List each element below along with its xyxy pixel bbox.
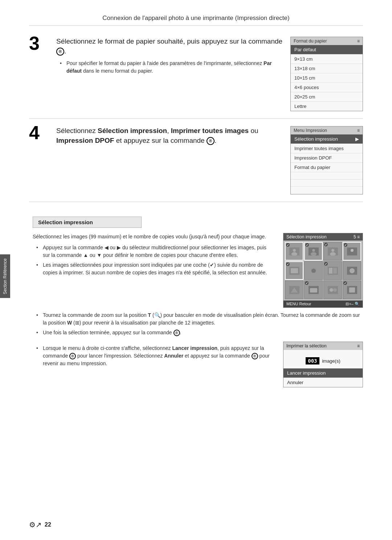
- svg-rect-23: [310, 288, 317, 293]
- page-header: Connexion de l'appareil photo à une impr…: [29, 15, 363, 26]
- thumb-10: ✔: [304, 281, 323, 299]
- sel-ok1: ®: [173, 330, 180, 336]
- step3-screen-title-text: Format du papier: [294, 39, 327, 44]
- sel-bullet1: Appuyez sur la commande ◀ ou ▶ du sélect…: [36, 244, 272, 259]
- sel-bullet4: Une fois la sélection terminée, appuyez …: [36, 329, 363, 337]
- divider1: [29, 118, 363, 119]
- step4-screen-title: Menu Impression ≡: [291, 126, 363, 134]
- step4-number: 4: [29, 123, 49, 142]
- svg-rect-16: [329, 268, 332, 274]
- step4-row: 4 Sélectionnez Sélection impression, Imp…: [29, 126, 363, 194]
- step3-screen-title: Format du papier ≡: [291, 37, 363, 45]
- step4-content: Sélectionnez Sélection impression, Impri…: [56, 126, 283, 149]
- pw-count-number: 003: [306, 357, 319, 364]
- step3-item-3: 13×18 cm: [291, 64, 363, 73]
- svg-point-19: [350, 268, 355, 273]
- step3-row: 3 Sélectionnez le format de papier souha…: [29, 37, 363, 111]
- bottom-text: Lorsque le menu à droite ci-contre s'aff…: [33, 342, 272, 387]
- svg-point-26: [333, 288, 337, 292]
- sel-ok2: ®: [69, 353, 76, 359]
- step4-item-4: Format du papier: [291, 163, 363, 172]
- svg-point-10: [351, 249, 354, 252]
- step4-screen: Menu Impression ≡ Sélection impression▶ …: [290, 126, 363, 194]
- selection-bullets: Appuyez sur la commande ◀ ou ▶ du sélect…: [33, 244, 272, 277]
- step3-inner: 3 Sélectionnez le format de papier souha…: [29, 37, 363, 111]
- page-footer: ⚙↗ 22: [29, 520, 363, 529]
- thumbnail-count: 5 ≡: [354, 234, 360, 239]
- footer-page: 22: [45, 521, 51, 528]
- thumb-8: [343, 261, 361, 280]
- pw-title: Imprimer la sélection ≡: [283, 342, 363, 350]
- pw-item-2: Annuler: [283, 378, 363, 387]
- step3-item-1: Par défaut: [291, 45, 363, 55]
- thumbnail-title: Sélection impression: [286, 234, 327, 239]
- thumb-12: ✔: [343, 281, 361, 299]
- svg-point-1: [293, 249, 296, 252]
- selection-bullets-3: Lorsque le menu à droite ci-contre s'aff…: [33, 344, 272, 367]
- step3-number: 3: [29, 34, 49, 53]
- step4-title: Sélectionnez Sélection impression, Impri…: [56, 126, 283, 145]
- thumb-1: ✔: [285, 242, 303, 261]
- step4-item-6: [291, 180, 363, 187]
- svg-point-14: [311, 269, 316, 273]
- selection-intro: Sélectionnez les images (99 maximum) et …: [33, 233, 272, 241]
- step4-inner: 4 Sélectionnez Sélection impression, Imp…: [29, 126, 363, 194]
- header-title: Connexion de l'appareil photo à une impr…: [102, 15, 289, 21]
- svg-rect-28: [349, 287, 355, 293]
- pw-count-label: image(s): [322, 358, 340, 364]
- svg-rect-17: [333, 268, 337, 274]
- bottom-row: Lorsque le menu à droite ci-contre s'aff…: [33, 342, 363, 387]
- thumbnail-footer-right: ⊟+– 🔍: [346, 302, 360, 306]
- thumbnail-widget: Sélection impression 5 ≡ ✔ ✔ ✔: [283, 233, 363, 308]
- step3-bullets: Pour spécifier le format du papier à l'a…: [56, 60, 283, 75]
- sidebar-tab: Section Référence: [0, 254, 10, 298]
- step3-ok-symbol: ®: [56, 48, 64, 56]
- pw-icon: ≡: [357, 343, 360, 348]
- pw-title-text: Imprimer la sélection: [286, 343, 327, 348]
- selection-section: Sélection impression Sélectionnez les im…: [33, 209, 363, 387]
- step4-item-1: Sélection impression▶: [291, 134, 363, 144]
- divider2: [29, 202, 363, 202]
- step3-item-7: Lettre: [291, 102, 363, 111]
- sidebar-label: Section Référence: [3, 258, 8, 294]
- step3-screen-icon: ≡: [357, 39, 360, 44]
- thumb-3: ✔: [323, 242, 342, 261]
- sel-bullet2: Les images sélectionnées pour impression…: [36, 261, 272, 277]
- selection-header: Sélection impression: [33, 217, 142, 228]
- step4-item-7: [291, 187, 363, 194]
- thumb-5: ✔: [285, 261, 303, 280]
- thumb-6: [304, 261, 323, 280]
- sel-bullet5: Lorsque le menu à droite ci-contre s'aff…: [36, 344, 272, 367]
- step3-item-5: 4×6 pouces: [291, 83, 363, 92]
- step4-screen-icon: ≡: [357, 128, 360, 133]
- svg-point-25: [330, 288, 333, 292]
- step3-bullet1: Pour spécifier le format du papier à l'a…: [60, 60, 283, 75]
- pw-item-1: Lancer impression: [283, 368, 363, 378]
- step4-ok-symbol: ®: [207, 137, 215, 145]
- footer-icon: ⚙↗: [29, 520, 42, 529]
- thumbnail-footer: MENU Retour ⊟+– 🔍: [283, 301, 363, 307]
- svg-rect-12: [291, 268, 298, 273]
- svg-point-4: [312, 249, 315, 252]
- step3-title-text: Sélectionnez le format de papier souhait…: [56, 37, 282, 45]
- pw-count: 003 image(s): [283, 350, 363, 368]
- thumb-7: ✔: [323, 261, 342, 280]
- step3-title: Sélectionnez le format de papier souhait…: [56, 37, 283, 56]
- thumbnail-footer-left: MENU Retour: [286, 302, 311, 306]
- step3-screen: Format du papier ≡ Par défaut 9×13 cm 13…: [290, 37, 363, 111]
- print-widget: Imprimer la sélection ≡ 003 image(s) Lan…: [283, 342, 363, 387]
- thumbnail-header: Sélection impression 5 ≡: [283, 233, 363, 241]
- step3-item-4: 10×15 cm: [291, 73, 363, 83]
- thumb-11: [323, 281, 342, 299]
- thumb-4: ✔: [343, 242, 361, 261]
- sel-ok3: ®: [252, 353, 258, 359]
- step4-screen-title-text: Menu Impression: [294, 128, 327, 133]
- selection-content: Sélectionnez les images (99 maximum) et …: [33, 233, 363, 308]
- thumbnail-grid: ✔ ✔ ✔ ✔ ✔: [283, 241, 363, 301]
- thumb-2: ✔: [304, 242, 323, 261]
- step3-item-6: 20×25 cm: [291, 92, 363, 102]
- step4-item-5: [291, 172, 363, 180]
- selection-text: Sélectionnez les images (99 maximum) et …: [33, 233, 272, 279]
- svg-point-7: [331, 249, 334, 252]
- page: Section Référence Connexion de l'apparei…: [0, 0, 392, 540]
